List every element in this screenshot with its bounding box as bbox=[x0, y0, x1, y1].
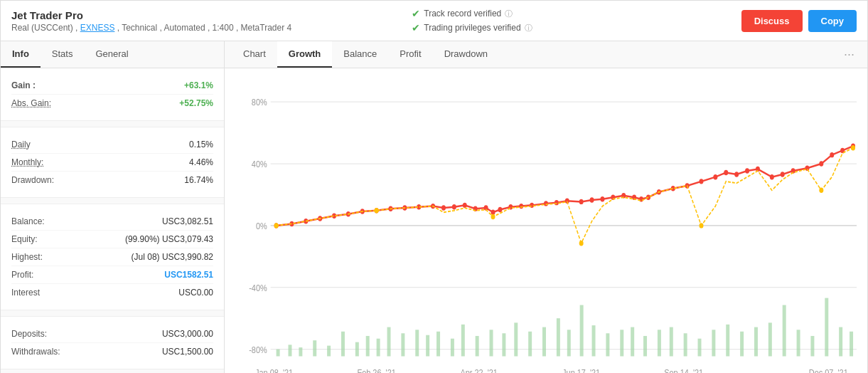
svg-rect-19 bbox=[313, 340, 316, 356]
withdrawals-label: Withdrawals: bbox=[11, 347, 60, 357]
highest-row: Highest: (Jul 08) USC3,990.82 bbox=[11, 248, 213, 266]
svg-point-104 bbox=[781, 172, 785, 177]
more-options-icon[interactable]: ··· bbox=[838, 43, 860, 65]
svg-rect-20 bbox=[327, 346, 331, 357]
svg-point-114 bbox=[579, 241, 584, 246]
interest-label: Interest bbox=[11, 288, 40, 298]
svg-rect-16 bbox=[277, 350, 280, 357]
trading-privileges-badge: ✔ Trading privileges verified ⓘ bbox=[412, 22, 532, 33]
profit-row: Profit: USC1582.51 bbox=[11, 266, 213, 284]
svg-text:-40%: -40% bbox=[249, 283, 267, 293]
stats-section: Gain : +63.1% Abs. Gain: +52.75% bbox=[1, 68, 224, 120]
track-record-badge: ✔ Track record verified ⓘ bbox=[412, 8, 513, 19]
exness-link[interactable]: EXNESS bbox=[80, 23, 115, 33]
svg-point-115 bbox=[700, 223, 704, 228]
drawdown-row: Drawdown: 16.74% bbox=[11, 172, 213, 189]
daily-value: 0.15% bbox=[189, 140, 213, 149]
svg-rect-38 bbox=[557, 318, 560, 356]
discuss-button[interactable]: Discuss bbox=[741, 10, 803, 32]
drawdown-label: Drawdown: bbox=[11, 175, 54, 185]
svg-rect-43 bbox=[620, 330, 623, 356]
divider-2 bbox=[1, 197, 224, 204]
svg-rect-60 bbox=[850, 332, 853, 357]
info-icon-2[interactable]: ⓘ bbox=[525, 23, 532, 33]
profit-value: USC1582.51 bbox=[164, 270, 213, 280]
tab-profit[interactable]: Profit bbox=[388, 41, 432, 68]
tab-info[interactable]: Info bbox=[1, 41, 41, 68]
abs-gain-value: +52.75% bbox=[179, 98, 213, 108]
tab-growth[interactable]: Growth bbox=[277, 41, 333, 68]
svg-text:Feb 26, '21: Feb 26, '21 bbox=[357, 367, 395, 373]
svg-point-116 bbox=[819, 188, 823, 193]
gain-row: Gain : +63.1% bbox=[11, 77, 213, 95]
stats-section-4: Deposits: USC3,000.00 Withdrawals: USC1,… bbox=[1, 317, 224, 369]
tab-balance[interactable]: Balance bbox=[332, 41, 388, 68]
svg-point-108 bbox=[830, 152, 834, 157]
monthly-value: 4.46% bbox=[189, 157, 213, 167]
svg-rect-44 bbox=[631, 327, 634, 357]
trading-privileges-text: Trading privileges verified bbox=[424, 23, 520, 33]
header-actions: Discuss Copy bbox=[741, 10, 857, 32]
gain-value: +63.1% bbox=[184, 80, 213, 90]
equity-value: (99.90%) USC3,079.43 bbox=[125, 234, 213, 244]
svg-rect-33 bbox=[490, 330, 493, 356]
svg-rect-23 bbox=[366, 336, 370, 357]
svg-rect-39 bbox=[567, 330, 571, 356]
svg-point-99 bbox=[724, 170, 728, 175]
check-icon-2: ✔ bbox=[412, 22, 420, 33]
svg-point-74 bbox=[452, 204, 456, 209]
tab-chart[interactable]: Chart bbox=[232, 41, 277, 68]
balance-row: Balance: USC3,082.51 bbox=[11, 213, 213, 231]
tab-general[interactable]: General bbox=[84, 41, 139, 68]
verification-badges: ✔ Track record verified ⓘ ✔ Trading priv… bbox=[341, 8, 741, 33]
stats-section-3: Balance: USC3,082.51 Equity: (99.90%) US… bbox=[1, 204, 224, 310]
svg-point-98 bbox=[713, 174, 717, 179]
main-container: Jet Trader Pro Real (USCCent) , EXNESS ,… bbox=[0, 0, 868, 373]
equity-row: Equity: (99.90%) USC3,079.43 bbox=[11, 231, 213, 248]
svg-point-97 bbox=[700, 179, 704, 184]
svg-point-117 bbox=[851, 145, 855, 150]
svg-rect-51 bbox=[726, 325, 729, 357]
drawdown-value: 16.74% bbox=[184, 175, 213, 185]
deposits-label: Deposits: bbox=[11, 329, 47, 339]
svg-point-101 bbox=[745, 168, 749, 173]
svg-rect-41 bbox=[592, 325, 596, 356]
svg-rect-34 bbox=[502, 333, 505, 356]
tab-drawdown[interactable]: Drawdown bbox=[433, 41, 499, 68]
app-subtitle: Real (USCCent) , EXNESS , Technical , Au… bbox=[11, 23, 341, 33]
svg-rect-29 bbox=[436, 332, 440, 357]
svg-point-73 bbox=[441, 205, 446, 210]
highest-label: Highest: bbox=[11, 252, 43, 262]
svg-text:40%: 40% bbox=[252, 159, 267, 169]
svg-text:Jan 08, '21: Jan 08, '21 bbox=[255, 367, 293, 373]
profit-label: Profit: bbox=[11, 270, 33, 280]
svg-text:80%: 80% bbox=[252, 97, 267, 107]
info-tabs: Info Stats General bbox=[1, 41, 224, 68]
track-record-text: Track record verified bbox=[424, 9, 501, 19]
svg-point-100 bbox=[734, 172, 739, 177]
svg-text:Sep 14, '21: Sep 14, '21 bbox=[664, 367, 703, 373]
svg-rect-30 bbox=[451, 339, 454, 357]
svg-rect-46 bbox=[658, 330, 661, 356]
daily-row: Daily 0.15% bbox=[11, 136, 213, 154]
header: Jet Trader Pro Real (USCCent) , EXNESS ,… bbox=[1, 1, 867, 41]
header-left: Jet Trader Pro Real (USCCent) , EXNESS ,… bbox=[11, 9, 341, 33]
svg-point-75 bbox=[463, 203, 467, 208]
svg-rect-32 bbox=[476, 336, 479, 357]
svg-rect-27 bbox=[415, 330, 419, 356]
svg-text:0%: 0% bbox=[256, 221, 267, 231]
svg-point-84 bbox=[554, 200, 559, 205]
svg-rect-40 bbox=[580, 305, 584, 357]
svg-text:-80%: -80% bbox=[249, 344, 267, 354]
growth-chart: .grid-line { stroke: #e8e8e8; stroke-wid… bbox=[235, 75, 857, 373]
tab-stats[interactable]: Stats bbox=[41, 41, 85, 68]
svg-rect-35 bbox=[514, 322, 518, 356]
monthly-label: Monthly: bbox=[11, 157, 43, 167]
info-icon-1[interactable]: ⓘ bbox=[505, 9, 513, 19]
balance-value: USC3,082.51 bbox=[162, 216, 213, 226]
svg-rect-17 bbox=[288, 345, 291, 356]
copy-button[interactable]: Copy bbox=[808, 10, 857, 32]
monthly-row: Monthly: 4.46% bbox=[11, 154, 213, 172]
svg-rect-37 bbox=[542, 327, 546, 357]
svg-rect-50 bbox=[712, 330, 715, 356]
